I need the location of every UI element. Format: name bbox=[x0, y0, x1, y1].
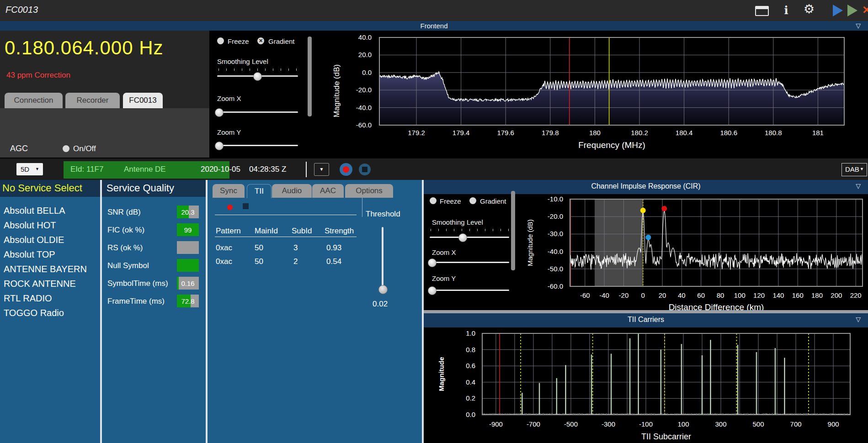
tab-recorder[interactable]: Recorder bbox=[65, 93, 120, 108]
spectrum-svg: 40.020.00.0-20.0-40.0-60.0179.2179.4179.… bbox=[327, 32, 868, 154]
cir-zoom-y-slider-handle[interactable] bbox=[428, 286, 437, 295]
collapse-triangle-icon[interactable]: ▽ bbox=[856, 182, 861, 190]
agc-onoff-label: On/Off bbox=[73, 144, 96, 153]
tab-fc0013[interactable]: FC0013 bbox=[123, 93, 163, 108]
tab-aac[interactable]: AAC bbox=[312, 184, 344, 198]
quality-label: SymbolTime (ms) bbox=[107, 279, 168, 288]
cir-zoom-x-label: Zoom X bbox=[432, 248, 456, 256]
tick-label: -60.0 bbox=[356, 121, 372, 129]
cir-freeze-radio[interactable] bbox=[430, 197, 437, 204]
tick-label: 1.0 bbox=[466, 329, 475, 337]
cir-zoom-y-slider-track[interactable] bbox=[430, 290, 509, 291]
tick-label: -30.0 bbox=[548, 230, 563, 237]
tab-options[interactable]: Options bbox=[345, 184, 393, 198]
tick-label: 179.8 bbox=[542, 129, 559, 137]
cir-smoothing-tick-marks bbox=[431, 229, 509, 231]
cir-header-title: Channel Impulse Response (CIR) bbox=[424, 182, 868, 190]
window-icon[interactable] bbox=[755, 6, 769, 16]
smoothing-slider-handle[interactable] bbox=[253, 72, 262, 81]
service-list-item[interactable]: TOGGO Radio bbox=[0, 306, 100, 320]
tii-column-header: Pattern bbox=[216, 227, 241, 236]
divider-line bbox=[362, 198, 362, 217]
mode-select-value: DAB bbox=[845, 165, 859, 173]
tick-label: 20 bbox=[659, 291, 666, 299]
tick-label: TII Subcarrier bbox=[641, 432, 691, 441]
tab-connection[interactable]: Connection bbox=[5, 93, 63, 108]
service-list-item[interactable]: ROCK ANTENNE bbox=[0, 276, 100, 291]
quality-value: 72.8 bbox=[177, 297, 199, 305]
tii-column-header: Strength bbox=[325, 227, 354, 236]
cir-y-axis-label: Magnitude (dB) bbox=[526, 219, 534, 266]
threshold-label: Threshold bbox=[366, 210, 400, 219]
tick-label: -50.0 bbox=[548, 265, 563, 273]
tick-label: Distance Difference (km) bbox=[669, 302, 764, 310]
threshold-slider-handle[interactable] bbox=[378, 285, 388, 294]
agc-label: AGC bbox=[10, 144, 28, 153]
tick-label: 120 bbox=[753, 291, 765, 299]
zoom-x-slider-track[interactable] bbox=[217, 111, 298, 113]
tii-cell: 0xac bbox=[216, 243, 232, 253]
quality-label: RS (ok %) bbox=[107, 243, 143, 253]
freeze-label: Freeze bbox=[228, 37, 249, 45]
stop-square-icon bbox=[362, 167, 367, 172]
service-list-item[interactable]: ANTENNE BAYERN bbox=[0, 262, 100, 276]
play-blue-icon[interactable] bbox=[833, 5, 843, 16]
info-icon[interactable]: i bbox=[779, 5, 793, 16]
quality-label: Null Symbol bbox=[107, 261, 149, 270]
tii-cell: 3 bbox=[293, 243, 298, 253]
tick-label: -20.0 bbox=[548, 212, 563, 220]
cir-smoothing-slider-handle[interactable] bbox=[458, 233, 467, 242]
quality-label: SNR (dB) bbox=[107, 208, 141, 217]
cir-zoom-x-slider-handle[interactable] bbox=[428, 258, 437, 267]
tick-label: -100 bbox=[639, 420, 653, 428]
play-green-icon[interactable] bbox=[847, 5, 857, 16]
quality-bar: 20.3 bbox=[177, 206, 199, 218]
cir-scrollbar[interactable] bbox=[511, 191, 515, 270]
tab-tii[interactable]: TII bbox=[247, 184, 272, 198]
quality-row: SymbolTime (ms) 0.16 bbox=[102, 277, 206, 290]
gradient-radio[interactable]: ✕ bbox=[257, 37, 264, 44]
frontend-spectrum-chart: 40.020.00.0-20.0-40.0-60.0179.2179.4179.… bbox=[327, 32, 868, 154]
table-header-underline bbox=[215, 237, 357, 237]
cir-gradient-radio[interactable] bbox=[469, 197, 476, 204]
quality-label: FrameTime (ms) bbox=[107, 297, 165, 306]
gradient-label: Gradient bbox=[268, 37, 295, 45]
service-list-item[interactable]: Absolut HOT bbox=[0, 218, 100, 232]
zoom-y-slider-track[interactable] bbox=[217, 145, 298, 146]
service-quality-panel: SNR (dB) 20.3 FIC (ok %) 99 RS (ok %) Nu… bbox=[102, 197, 206, 443]
zoom-y-slider-handle[interactable] bbox=[215, 142, 224, 150]
service-list-item[interactable]: Absolut BELLA bbox=[0, 203, 100, 218]
frequency-display: 0.180.064.000 Hz bbox=[5, 37, 164, 59]
cir-smoothing-slider-track[interactable] bbox=[430, 237, 509, 238]
zoom-x-slider-handle[interactable] bbox=[215, 108, 224, 117]
service-list-item[interactable]: Absolut TOP bbox=[0, 247, 100, 262]
gear-icon[interactable]: ⚙ bbox=[802, 4, 816, 15]
tick-label: 181 bbox=[812, 129, 824, 137]
channel-select-value: 5D bbox=[21, 165, 29, 173]
cir-freeze-label: Freeze bbox=[440, 197, 461, 205]
service-list-item[interactable]: Absolut OLDIE bbox=[0, 232, 100, 247]
channel-select[interactable]: 5D ▼ bbox=[16, 163, 43, 175]
collapse-triangle-icon[interactable]: ▽ bbox=[856, 22, 861, 29]
tick-label: 60 bbox=[697, 291, 705, 299]
mode-select[interactable]: DAB ▼ bbox=[841, 163, 867, 176]
collapse-triangle-icon[interactable]: ▽ bbox=[856, 316, 861, 323]
tab-audio[interactable]: Audio bbox=[272, 184, 312, 198]
tick-label: 40 bbox=[678, 291, 686, 299]
agc-radio[interactable] bbox=[63, 145, 69, 152]
tii-y-axis-label: Magnitude bbox=[437, 357, 445, 391]
tick-label: 180 bbox=[589, 129, 601, 137]
tii-carriers-chart: 1.00.80.60.40.20.0-900-700-500-300-10010… bbox=[432, 328, 868, 443]
freeze-radio[interactable] bbox=[217, 37, 224, 44]
record-dropdown-button[interactable]: ▼ bbox=[314, 163, 329, 176]
tab-sync[interactable]: Sync bbox=[213, 184, 245, 198]
cir-zoom-x-slider-track[interactable] bbox=[430, 262, 509, 263]
tii-cell: 2 bbox=[293, 257, 298, 266]
threshold-slider-track[interactable] bbox=[382, 227, 383, 289]
tick-label: 300 bbox=[715, 420, 727, 428]
stop-button[interactable] bbox=[359, 163, 371, 175]
service-list-item[interactable]: RTL RADIO bbox=[0, 291, 100, 306]
record-button[interactable] bbox=[340, 163, 352, 176]
frontend-scrollbar[interactable] bbox=[308, 37, 312, 116]
close-x-icon[interactable]: ✕ bbox=[862, 4, 868, 16]
